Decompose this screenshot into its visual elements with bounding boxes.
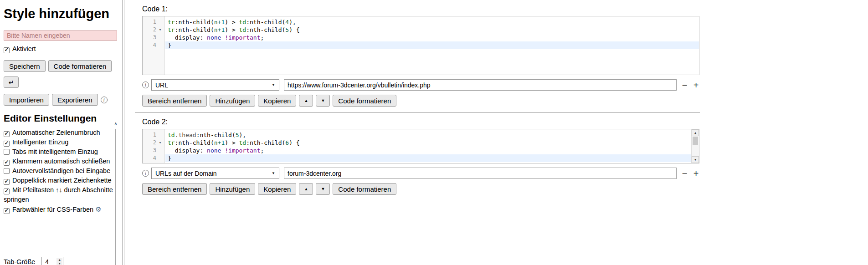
export-button[interactable]: Exportieren [52, 94, 98, 106]
code-line[interactable]: tr:nth-child(n+1) > td:nth-child(5) { [165, 26, 699, 34]
code-line[interactable]: } [165, 154, 691, 162]
editor-option-2[interactable]: Tabs mit intelligentem Einzug [4, 147, 117, 157]
code-section-label: Code 1: [142, 5, 699, 13]
move-section-up-button[interactable]: ▲ [299, 95, 313, 107]
sidebar-scrollbar[interactable]: ∧ [113, 121, 119, 265]
code-line[interactable]: tr:nth-child(n+1) > td:nth-child(6) { [165, 139, 691, 147]
editor-option-0[interactable]: ✓Automatischer Zeilenumbruch [4, 128, 117, 138]
enabled-checkbox-row[interactable]: ✓Aktiviert [4, 45, 117, 52]
option-label: Klammern automatisch schließen [12, 158, 110, 165]
option-checkbox[interactable]: ✓ [4, 208, 10, 214]
code-line[interactable]: } [165, 41, 699, 49]
line-number: 1 [143, 131, 156, 139]
applies-to-value-input[interactable] [284, 79, 677, 91]
code-line[interactable]: display: none !important; [165, 34, 699, 41]
fold-marker-icon [156, 34, 164, 41]
enabled-checkbox[interactable]: ✓ [4, 47, 10, 53]
applies-to-info-icon[interactable]: i [142, 170, 149, 177]
move-section-up-button[interactable]: ▲ [299, 183, 313, 195]
page-title: Style hinzufügen [4, 6, 117, 21]
option-checkbox[interactable]: ✓ [4, 179, 10, 185]
applies-to-value-input[interactable] [284, 168, 677, 179]
beautify-section-button[interactable]: Code formatieren [333, 183, 396, 195]
enter-key-button[interactable]: ↵ [4, 76, 19, 88]
shrink-editor-button[interactable]: − [681, 169, 688, 178]
editor-scrollbar[interactable]: ▲ ▼ [691, 129, 699, 163]
save-button-row: Speichern Code formatieren [4, 60, 117, 72]
fold-marker-icon [156, 131, 164, 139]
scroll-up-icon[interactable]: ∧ [113, 121, 119, 127]
move-section-down-button[interactable]: ▼ [316, 95, 330, 107]
option-checkbox[interactable]: ✓ [4, 189, 10, 194]
fold-marker-icon [156, 147, 164, 154]
editor-option-3[interactable]: ✓Klammern automatisch schließen [4, 157, 117, 166]
option-checkbox[interactable] [4, 168, 10, 174]
applies-to-row: i URLs auf der Domain ▼ − + [142, 168, 699, 179]
code-editor-2[interactable]: 12▾34 td.thead:nth-child(5),tr:nth-child… [142, 129, 699, 163]
add-section-button[interactable]: Hinzufügen [210, 183, 255, 195]
code-section-label: Code 2: [142, 117, 699, 126]
editor-scrollbar-thumb[interactable] [693, 137, 698, 145]
check-icon: ✓ [4, 47, 9, 52]
editor-option-6[interactable]: ✓Mit Pfeiltasten ↑↓ durch Abschnitte spr… [4, 185, 117, 204]
option-checkbox[interactable]: ✓ [4, 160, 10, 166]
beautify-section-button[interactable]: Code formatieren [333, 95, 396, 107]
import-button[interactable]: Importieren [4, 94, 49, 106]
editor-option-1[interactable]: ✓Intelligenter Einzug [4, 138, 117, 147]
move-section-down-button[interactable]: ▼ [316, 183, 330, 195]
section-divider [135, 112, 700, 113]
editor-option-5[interactable]: ✓Doppelklick markiert Zeichenkette [4, 176, 117, 185]
applies-to-selected-option: URL [155, 82, 168, 89]
tab-size-row: Tab-Größe 4 ▲ ▼ [4, 257, 63, 265]
fold-marker-icon[interactable]: ▾ [156, 139, 164, 147]
import-export-info-icon[interactable]: i [101, 97, 108, 103]
spinner-up-icon[interactable]: ▲ [58, 258, 61, 262]
style-name-input[interactable] [4, 31, 117, 41]
option-checkbox[interactable] [4, 149, 10, 155]
option-label: Autovervollständigen bei Eingabe [12, 167, 110, 174]
editor-option-4[interactable]: Autovervollständigen bei Eingabe [4, 166, 117, 176]
add-section-button[interactable]: Hinzufügen [210, 95, 255, 107]
grow-editor-button[interactable]: + [693, 169, 699, 178]
option-checkbox[interactable]: ✓ [4, 141, 10, 147]
shrink-editor-button[interactable]: − [681, 81, 688, 90]
line-number: 4 [143, 154, 156, 162]
applies-to-select[interactable]: URLs auf der Domain ▼ [151, 168, 279, 179]
remove-section-button[interactable]: Bereich entfernen [142, 183, 207, 195]
remove-section-button[interactable]: Bereich entfernen [142, 95, 207, 107]
tab-size-spinner[interactable]: ▲ ▼ [56, 258, 62, 265]
sidebar-scrollbar-thumb[interactable] [115, 129, 116, 265]
tab-size-label: Tab-Größe [4, 258, 35, 265]
fold-marker-icon [156, 18, 164, 26]
scroll-up-icon[interactable]: ▲ [692, 129, 699, 136]
check-icon: ✓ [4, 188, 9, 194]
chevron-down-icon: ▼ [272, 171, 275, 175]
applies-to-info-icon[interactable]: i [142, 82, 149, 88]
spinner-down-icon[interactable]: ▼ [58, 262, 61, 265]
beautify-button[interactable]: Code formatieren [48, 60, 112, 72]
save-button[interactable]: Speichern [4, 60, 46, 72]
code-line[interactable]: td.thead:nth-child(5), [165, 131, 691, 139]
option-label: Mit Pfeiltasten ↑↓ durch Abschnitte spri… [4, 186, 113, 203]
copy-section-button[interactable]: Kopieren [258, 95, 296, 107]
option-checkbox[interactable]: ✓ [4, 131, 10, 137]
check-icon: ✓ [4, 140, 9, 146]
code-editor-1[interactable]: 12▾34 tr:nth-child(n+1) > td:nth-child(4… [142, 16, 699, 75]
line-number: 2 [143, 26, 156, 34]
tab-size-value: 4 [45, 258, 49, 265]
gear-icon[interactable]: ⚙ [95, 205, 101, 213]
code-line[interactable]: display: none !important; [165, 147, 691, 154]
tab-size-input[interactable]: 4 ▲ ▼ [41, 257, 63, 265]
enabled-label: Aktiviert [12, 45, 36, 52]
option-label: Tabs mit intelligentem Einzug [12, 148, 98, 155]
panel-splitter[interactable] [122, 0, 124, 265]
line-number: 1 [143, 18, 156, 26]
line-number: 3 [143, 34, 156, 41]
code-line[interactable]: tr:nth-child(n+1) > td:nth-child(4), [165, 18, 699, 26]
applies-to-select[interactable]: URL ▼ [151, 79, 279, 91]
scroll-down-icon[interactable]: ▼ [692, 156, 699, 163]
editor-option-7[interactable]: ✓Farbwähler für CSS-Farben ⚙ [4, 204, 117, 214]
grow-editor-button[interactable]: + [693, 81, 699, 90]
fold-marker-icon[interactable]: ▾ [156, 26, 164, 34]
copy-section-button[interactable]: Kopieren [258, 183, 296, 195]
